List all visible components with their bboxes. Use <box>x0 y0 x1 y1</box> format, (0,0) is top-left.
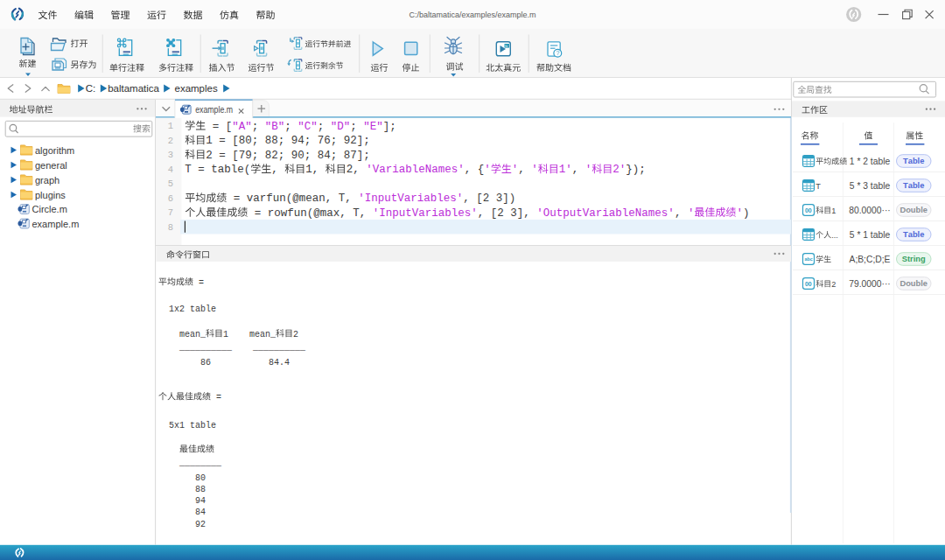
svg-text:92: 92 <box>195 520 206 529</box>
svg-text:Table: Table <box>903 157 924 165</box>
svg-text:});: }); <box>626 164 646 176</box>
svg-text:[2: [2 <box>491 207 504 220</box>
svg-text:table: table <box>871 230 891 240</box>
svg-text:': ' <box>512 164 519 176</box>
svg-text:': ' <box>585 164 592 176</box>
svg-text:): ) <box>743 207 750 220</box>
svg-text:00: 00 <box>805 281 812 287</box>
svg-text:[79;: [79; <box>232 150 258 162</box>
svg-text:5: 5 <box>168 178 173 189</box>
svg-text:84;: 84; <box>318 150 338 162</box>
svg-text:example.m: example.m <box>195 104 233 115</box>
svg-text:"E": "E" <box>363 121 383 133</box>
svg-text:table: table <box>871 157 891 166</box>
svg-text:*: * <box>857 230 860 240</box>
svg-text:88;: 88; <box>265 135 285 147</box>
svg-text:6: 6 <box>168 193 173 204</box>
svg-text:92];: 92]; <box>344 135 370 147</box>
svg-text:8: 8 <box>168 222 173 233</box>
svg-text:[: [ <box>226 121 233 133</box>
svg-text:1: 1 <box>863 230 868 240</box>
svg-text:88: 88 <box>195 485 206 494</box>
svg-text:': ' <box>531 164 538 176</box>
svg-text:94;: 94; <box>291 135 312 147</box>
svg-text:table(: table( <box>211 164 250 176</box>
svg-text:1: 1 <box>168 121 173 131</box>
svg-text:82;: 82; <box>265 150 285 162</box>
svg-text:84.4: 84.4 <box>269 358 290 368</box>
svg-text:94: 94 <box>195 496 206 506</box>
svg-text:Circle.m: Circle.m <box>32 204 67 214</box>
svg-text:,: , <box>465 164 472 176</box>
svg-text:2,: 2, <box>346 164 360 176</box>
svg-text:T,: T, <box>339 192 352 205</box>
svg-text:2: 2 <box>293 330 298 340</box>
svg-text:fx: fx <box>505 45 508 48</box>
svg-text:=: = <box>219 150 226 162</box>
svg-text:"D": "D" <box>331 121 351 133</box>
svg-text:86: 86 <box>200 358 211 368</box>
svg-text:1: 1 <box>206 135 213 147</box>
svg-text:,: , <box>518 164 525 176</box>
svg-text:1: 1 <box>831 206 836 215</box>
svg-text:2: 2 <box>168 136 173 146</box>
svg-text:Table: Table <box>903 230 924 239</box>
svg-text:79.0000···: 79.0000··· <box>849 279 891 289</box>
svg-text:mean_: mean_ <box>249 330 276 340</box>
svg-text:1: 1 <box>223 330 228 340</box>
svg-text:2: 2 <box>206 150 213 162</box>
svg-text:2': 2' <box>612 164 626 176</box>
svg-text:algorithm: algorithm <box>35 145 74 156</box>
svg-text:': ' <box>484 164 491 176</box>
svg-text:...: ... <box>831 231 838 240</box>
svg-text:': ' <box>688 207 695 220</box>
svg-text:mean_: mean_ <box>179 330 206 340</box>
svg-text:T: T <box>816 182 821 191</box>
svg-text:;: ; <box>318 121 325 133</box>
svg-text:3: 3 <box>863 181 868 191</box>
svg-text:________: ________ <box>178 458 222 468</box>
svg-text:T: T <box>185 164 192 176</box>
svg-text:;: ; <box>284 121 291 133</box>
svg-text:;: ; <box>350 121 357 133</box>
svg-text:"B": "B" <box>265 121 285 133</box>
svg-text:3],: 3], <box>510 207 530 220</box>
svg-text:];: ]; <box>383 121 396 133</box>
svg-text:80.0000···: 80.0000··· <box>849 206 891 215</box>
svg-text:C:: C: <box>86 83 96 94</box>
svg-text:,: , <box>478 207 485 220</box>
svg-text:__________: __________ <box>252 343 306 353</box>
svg-text:__________: __________ <box>178 343 233 353</box>
svg-text:76;: 76; <box>318 135 338 147</box>
svg-text:general: general <box>35 160 67 171</box>
svg-text:2: 2 <box>831 280 836 289</box>
svg-text:80: 80 <box>195 473 206 483</box>
svg-text:=: = <box>219 135 226 147</box>
svg-text:3]): 3]) <box>496 192 516 205</box>
svg-text:'VariableNames': 'VariableNames' <box>366 164 465 176</box>
svg-text:baltamatica: baltamatica <box>108 83 159 94</box>
svg-text:5: 5 <box>850 181 855 191</box>
svg-text:87];: 87]; <box>344 150 370 162</box>
svg-text:7: 7 <box>168 207 173 218</box>
svg-text:Double: Double <box>900 279 928 288</box>
svg-text:2: 2 <box>863 157 868 166</box>
svg-text:*: * <box>857 157 860 166</box>
svg-text:[2: [2 <box>476 192 489 205</box>
svg-text:,: , <box>271 164 278 176</box>
svg-text:T,: T, <box>353 207 366 220</box>
svg-text:,: , <box>463 192 470 205</box>
svg-text:4: 4 <box>168 164 173 175</box>
svg-text:1x2: 1x2 <box>169 304 185 314</box>
svg-text:'InputVariables': 'InputVariables' <box>358 192 463 205</box>
svg-text:84: 84 <box>195 508 206 517</box>
svg-text:=: = <box>216 393 221 402</box>
svg-text:String: String <box>902 255 926 263</box>
svg-text:;: ; <box>252 121 259 133</box>
svg-text:=: = <box>234 192 241 205</box>
svg-text:plugins: plugins <box>35 190 66 200</box>
svg-text:table: table <box>190 421 216 430</box>
svg-text:varfun(@mean,: varfun(@mean, <box>247 192 332 205</box>
svg-text:"A": "A" <box>232 121 252 133</box>
svg-text:rowfun(@max,: rowfun(@max, <box>268 207 346 220</box>
